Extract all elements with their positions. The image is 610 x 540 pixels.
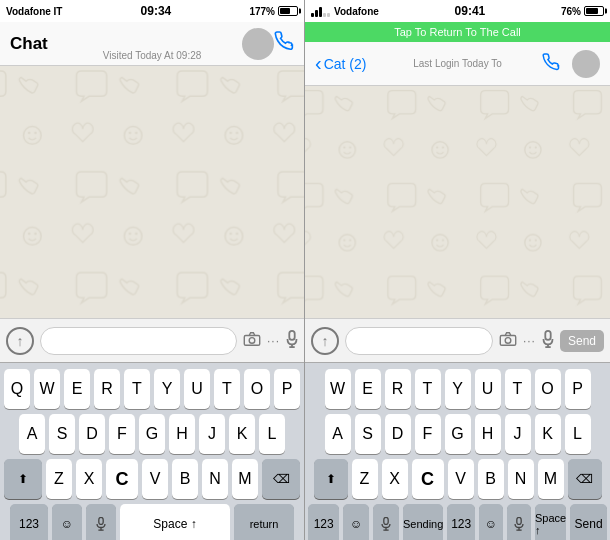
key-mic2-right[interactable] xyxy=(507,504,531,540)
key-F-left[interactable]: F xyxy=(109,414,135,454)
nav-bar-right: ‹ Cat (2) Last Login Today To xyxy=(305,42,610,86)
key-Y-right[interactable]: Y xyxy=(445,369,471,409)
mic-icon-right[interactable] xyxy=(542,330,554,352)
key-Z-right[interactable]: Z xyxy=(352,459,378,499)
key-R-right[interactable]: R xyxy=(385,369,411,409)
key-H-left[interactable]: H xyxy=(169,414,195,454)
key-E-right[interactable]: E xyxy=(355,369,381,409)
key-O-left[interactable]: O xyxy=(244,369,270,409)
key-T2-right[interactable]: T xyxy=(505,369,531,409)
key-return-left[interactable]: return xyxy=(234,504,294,540)
key-send-right[interactable]: Send xyxy=(570,504,607,540)
phone-btn-right[interactable] xyxy=(542,53,560,75)
key-N-right[interactable]: N xyxy=(508,459,534,499)
key-H-right[interactable]: H xyxy=(475,414,501,454)
upload-button-left[interactable]: ↑ xyxy=(6,327,34,355)
key-T-left[interactable]: T xyxy=(124,369,150,409)
phone-icon-left[interactable] xyxy=(274,31,294,56)
back-label-right[interactable]: Cat (2) xyxy=(324,56,367,72)
key-emoji-left[interactable]: ☺ xyxy=(52,504,82,540)
key-J-left[interactable]: J xyxy=(199,414,225,454)
key-Z-left[interactable]: Z xyxy=(46,459,72,499)
key-backspace-right[interactable]: ⌫ xyxy=(568,459,602,499)
upload-icon-left: ↑ xyxy=(17,333,24,349)
key-L-right[interactable]: L xyxy=(565,414,591,454)
key-X-right[interactable]: X xyxy=(382,459,408,499)
key-V-left[interactable]: V xyxy=(142,459,168,499)
key-V-right[interactable]: V xyxy=(448,459,474,499)
key-G-right[interactable]: G xyxy=(445,414,471,454)
key-Q-left[interactable]: Q xyxy=(4,369,30,409)
upload-button-right[interactable]: ↑ xyxy=(311,327,339,355)
nav-subtitle-right: Last Login Today To xyxy=(413,58,502,69)
message-input-left[interactable] xyxy=(40,327,237,355)
key-backspace-left[interactable]: ⌫ xyxy=(262,459,300,499)
key-M-right[interactable]: M xyxy=(538,459,564,499)
key-A-right[interactable]: A xyxy=(325,414,351,454)
camera-icon-left[interactable] xyxy=(243,332,261,350)
key-C-left[interactable]: C xyxy=(106,459,138,499)
key-L-left[interactable]: L xyxy=(259,414,285,454)
battery-fill-left xyxy=(280,8,290,14)
call-banner[interactable]: Tap To Return To The Call xyxy=(305,22,610,42)
input-bar-right: ↑ ··· Send xyxy=(305,318,610,362)
camera-icon-right[interactable] xyxy=(499,332,517,350)
key-B-right[interactable]: B xyxy=(478,459,504,499)
svg-rect-18 xyxy=(545,330,550,339)
key-emoji-right[interactable]: ☺ xyxy=(343,504,369,540)
key-K-left[interactable]: K xyxy=(229,414,255,454)
key-R-left[interactable]: R xyxy=(94,369,120,409)
key-N-left[interactable]: N xyxy=(202,459,228,499)
keyboard-row2-left: A S D F G H J K L xyxy=(3,414,301,454)
key-J-right[interactable]: J xyxy=(505,414,531,454)
message-input-right[interactable] xyxy=(345,327,493,355)
key-shift-right[interactable]: ⬆ xyxy=(314,459,348,499)
key-F-right[interactable]: F xyxy=(415,414,441,454)
key-T-right[interactable]: T xyxy=(415,369,441,409)
keyboard-row1-left: Q W E R T Y U T O P xyxy=(3,369,301,409)
dots-icon-right[interactable]: ··· xyxy=(523,334,536,348)
key-123-right[interactable]: 123 xyxy=(308,504,339,540)
chat-bg-right xyxy=(305,86,610,318)
key-mic-left[interactable] xyxy=(86,504,116,540)
back-chevron-right[interactable]: ‹ xyxy=(315,52,322,75)
svg-rect-24 xyxy=(517,517,521,524)
key-D-right[interactable]: D xyxy=(385,414,411,454)
key-E-left[interactable]: E xyxy=(64,369,90,409)
key-A-left[interactable]: A xyxy=(19,414,45,454)
key-P-right[interactable]: P xyxy=(565,369,591,409)
key-O-right[interactable]: O xyxy=(535,369,561,409)
key-W-right[interactable]: W xyxy=(325,369,351,409)
key-T2-left[interactable]: T xyxy=(214,369,240,409)
key-Y-left[interactable]: Y xyxy=(154,369,180,409)
dots-icon-left[interactable]: ··· xyxy=(267,334,280,348)
send-button-right[interactable]: Send xyxy=(560,330,604,352)
mic-icon-left[interactable] xyxy=(286,330,298,352)
carrier-right: Vodafone xyxy=(334,6,379,17)
key-S-left[interactable]: S xyxy=(49,414,75,454)
key-emoji2-right[interactable]: ☺ xyxy=(479,504,503,540)
key-mic-right[interactable] xyxy=(373,504,399,540)
key-P-left[interactable]: P xyxy=(274,369,300,409)
key-123-left[interactable]: 123 xyxy=(10,504,48,540)
key-shift-left[interactable]: ⬆ xyxy=(4,459,42,499)
key-123b-right[interactable]: 123 xyxy=(447,504,475,540)
chat-bg-left xyxy=(0,66,304,318)
carrier-left: Vodafone IT xyxy=(6,6,62,17)
key-U-left[interactable]: U xyxy=(184,369,210,409)
keyboard-row3-left: ⬆ Z X C V B N M ⌫ xyxy=(3,459,301,499)
key-space-right[interactable]: Space ↑ xyxy=(535,504,566,540)
key-X-left[interactable]: X xyxy=(76,459,102,499)
key-W-left[interactable]: W xyxy=(34,369,60,409)
key-U-right[interactable]: U xyxy=(475,369,501,409)
key-B-left[interactable]: B xyxy=(172,459,198,499)
battery-pct-left: 177% xyxy=(249,6,275,17)
key-C-right[interactable]: C xyxy=(412,459,444,499)
svg-rect-3 xyxy=(0,66,304,318)
key-M-left[interactable]: M xyxy=(232,459,258,499)
key-space-left[interactable]: Space ↑ xyxy=(120,504,230,540)
key-G-left[interactable]: G xyxy=(139,414,165,454)
key-K-right[interactable]: K xyxy=(535,414,561,454)
key-S-right[interactable]: S xyxy=(355,414,381,454)
key-D-left[interactable]: D xyxy=(79,414,105,454)
